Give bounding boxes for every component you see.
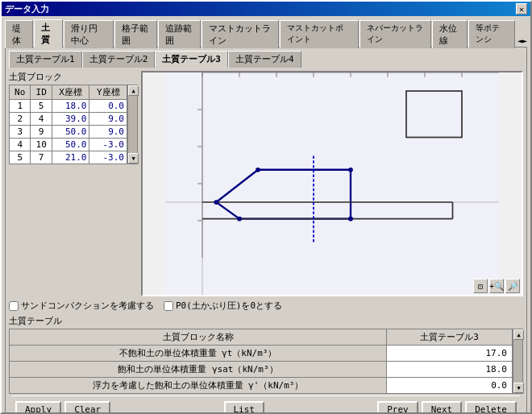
soil-table-wrapper: 土質ブロック名称 土質テーブル3 不飽和土の単位体積重量 γt（kN/m³） 1…: [9, 329, 523, 394]
sub-tab-1[interactable]: 土質テーブル1: [9, 51, 82, 68]
separator: [12, 395, 520, 396]
soil-table-scrollbar[interactable]: ▲ ▼: [513, 329, 523, 394]
cell-id-5: 7: [31, 151, 52, 164]
cell-no-2: 2: [10, 113, 31, 126]
soil-row-3: 浮力を考慮した飽和土の単位体積重量 γ'（kN/m³） 0.0: [10, 378, 513, 394]
soil-row-2: 飽和土の単位体積重量 γsat（kN/m³） 18.0: [10, 362, 513, 378]
zoom-out-button[interactable]: 🔎: [505, 279, 520, 293]
sand-compaction-checkbox-item[interactable]: サンドコンパクションを考慮する: [9, 300, 154, 312]
cell-y-5[interactable]: -3.0: [89, 151, 127, 164]
cell-x-4[interactable]: 50.0: [52, 139, 89, 151]
svg-point-26: [348, 217, 353, 221]
left-panel: 土質ブロック No ID X座標 Y座標: [9, 71, 138, 296]
main-window: データ入力 ✕ 堤体 土質 滑り円中心 格子範囲 追跡範囲 マストカットライン …: [0, 0, 532, 414]
col-x: X座標: [52, 85, 89, 100]
soil-block-label: 土質ブロック: [9, 71, 138, 83]
title-bar: データ入力 ✕: [2, 2, 530, 16]
sub-tab-4[interactable]: 土質テーブル4: [228, 51, 301, 68]
soil-value-3[interactable]: 0.0: [387, 378, 513, 394]
tab-ネバーカットライン[interactable]: ネバーカットライン: [360, 20, 431, 48]
soil-label-3: 浮力を考慮した飽和土の単位体積重量 γ'（kN/m³）: [10, 378, 387, 394]
scroll-track: [128, 96, 137, 153]
svg-rect-0: [165, 72, 499, 295]
tab-滑り円中心[interactable]: 滑り円中心: [64, 20, 114, 48]
cell-x-3[interactable]: 50.0: [52, 126, 89, 139]
canvas-toolbar: ⊡ +🔍 🔎: [473, 279, 520, 293]
apply-button[interactable]: Apply: [15, 401, 61, 414]
cell-id-1: 5: [31, 100, 52, 113]
cell-id-2: 4: [31, 113, 52, 126]
col-no: No: [10, 85, 31, 100]
table-row[interactable]: 4 10 50.0 -3.0: [10, 139, 127, 151]
table-row[interactable]: 5 7 21.0 -3.0: [10, 151, 127, 164]
zoom-fit-button[interactable]: ⊡: [473, 279, 488, 293]
bottom-buttons: Apply Clear List Prev Next Delete: [9, 398, 523, 414]
soil-label-1: 不飽和土の単位体積重量 γt（kN/m³）: [10, 346, 387, 362]
svg-point-25: [348, 168, 353, 172]
table-row[interactable]: 2 4 39.0 9.0: [10, 113, 127, 126]
main-tab-bar: 堤体 土質 滑り円中心 格子範囲 追跡範囲 マストカットライン マストカットポイ…: [2, 16, 530, 47]
cell-x-2[interactable]: 39.0: [52, 113, 89, 126]
p0-zero-checkbox[interactable]: [164, 301, 173, 311]
tab-追跡範囲[interactable]: 追跡範囲: [158, 20, 201, 48]
sand-compaction-label: サンドコンパクションを考慮する: [21, 300, 154, 312]
cell-y-2[interactable]: 9.0: [89, 113, 127, 126]
cell-no-5: 5: [10, 151, 31, 164]
next-button[interactable]: Next: [422, 401, 463, 414]
soil-scroll-up-btn[interactable]: ▲: [513, 329, 524, 340]
svg-point-27: [237, 217, 242, 221]
soil-data-table: 土質ブロック名称 土質テーブル3 不飽和土の単位体積重量 γt（kN/m³） 1…: [9, 329, 513, 394]
cell-y-1[interactable]: 0.0: [89, 100, 127, 113]
cell-x-1[interactable]: 18.0: [52, 100, 89, 113]
sub-tab-bar: 土質テーブル1 土質テーブル2 土質テーブル3 土質テーブル4: [9, 51, 523, 68]
table-row[interactable]: 3 9 50.0 9.0: [10, 126, 127, 139]
canvas-panel: ⊡ +🔍 🔎: [141, 71, 523, 296]
soil-row-1: 不飽和土の単位体積重量 γt（kN/m³） 17.0: [10, 346, 513, 362]
soil-scroll-track: [513, 340, 522, 383]
sand-compaction-checkbox[interactable]: [9, 301, 19, 311]
soil-block-table-wrapper: No ID X座標 Y座標 1 5 18.0 0.0: [9, 85, 138, 164]
scroll-down-btn[interactable]: ▼: [128, 153, 139, 164]
table-scrollbar[interactable]: ▲ ▼: [127, 85, 138, 164]
cell-no-3: 3: [10, 126, 31, 139]
clear-button[interactable]: Clear: [64, 401, 110, 414]
soil-block-table: No ID X座標 Y座標 1 5 18.0 0.0: [9, 85, 127, 164]
soil-header-label: 土質ブロック名称: [10, 329, 387, 346]
soil-label-2: 飽和土の単位体積重量 γsat（kN/m³）: [10, 362, 387, 378]
soil-value-2[interactable]: 18.0: [387, 362, 513, 378]
canvas-svg: [143, 72, 522, 295]
list-button[interactable]: List: [224, 401, 265, 414]
p0-zero-checkbox-item[interactable]: P0(土かぶり圧)を0とする: [164, 300, 282, 312]
cell-id-3: 9: [31, 126, 52, 139]
zoom-in-button[interactable]: +🔍: [489, 279, 504, 293]
canvas-area: ⊡ +🔍 🔎: [143, 72, 522, 295]
cell-y-4[interactable]: -3.0: [89, 139, 127, 151]
tab-content: 土質テーブル1 土質テーブル2 土質テーブル3 土質テーブル4 土質ブロック N…: [5, 47, 527, 414]
tab-マストカットライン[interactable]: マストカットライン: [202, 20, 280, 48]
cell-no-4: 4: [10, 139, 31, 151]
cell-x-5[interactable]: 21.0: [52, 151, 89, 164]
col-id: ID: [31, 85, 52, 100]
p0-zero-label: P0(土かぶり圧)を0とする: [176, 300, 282, 312]
svg-point-24: [256, 168, 260, 172]
delete-button[interactable]: Delete: [465, 401, 517, 414]
tab-等ポテンシ[interactable]: 等ポテンシ: [468, 20, 515, 48]
checkbox-row: サンドコンパクションを考慮する P0(土かぶり圧)を0とする: [9, 300, 523, 312]
sub-tab-3[interactable]: 土質テーブル3: [155, 51, 228, 68]
window-title: データ入力: [5, 3, 49, 15]
soil-value-1[interactable]: 17.0: [387, 346, 513, 362]
tab-格子範囲[interactable]: 格子範囲: [114, 20, 157, 48]
sub-tab-2[interactable]: 土質テーブル2: [82, 51, 156, 68]
scroll-up-btn[interactable]: ▲: [128, 85, 139, 96]
tab-マストカットポイント[interactable]: マストカットポイント: [280, 20, 358, 48]
prev-button[interactable]: Prev: [377, 401, 418, 414]
soil-scroll-down-btn[interactable]: ▼: [513, 383, 524, 393]
close-button[interactable]: ✕: [516, 3, 527, 14]
soil-table-section: 土質テーブル 土質ブロック名称 土質テーブル3 不飽和土の単位体積重量 γt（k…: [9, 315, 523, 394]
table-row[interactable]: 1 5 18.0 0.0: [10, 100, 127, 113]
cell-y-3[interactable]: 9.0: [89, 126, 127, 139]
tab-土質[interactable]: 土質: [34, 19, 62, 48]
tab-堤体[interactable]: 堤体: [5, 20, 33, 48]
tab-水位線[interactable]: 水位線: [432, 20, 468, 48]
soil-header-value: 土質テーブル3: [387, 329, 513, 346]
